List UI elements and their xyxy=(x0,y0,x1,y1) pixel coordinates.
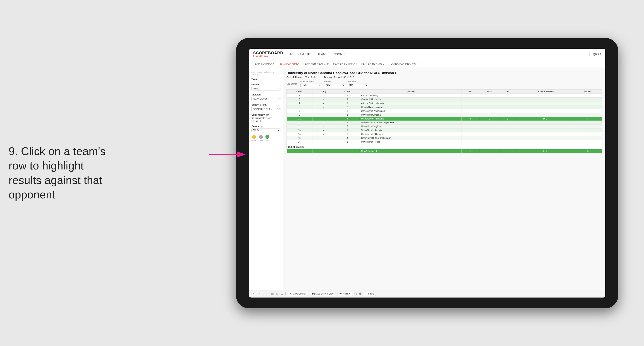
opponents-label: Opponents: xyxy=(286,83,298,85)
sidebar: Last Updated: 27/03/2024 16:55:38 Team G… xyxy=(249,68,283,290)
filter-region-label: Region xyxy=(324,81,345,83)
sub-nav-player-h2h-heatmap[interactable]: PLAYER H2H HEATMAP xyxy=(389,62,418,66)
logo-area: SCOREBOARD Powered by clipp xyxy=(253,51,283,57)
table-row[interactable]: 6-2Florida State University xyxy=(287,105,602,109)
sub-nav: TEAM SUMMARY TEAM H2H GRID TEAM H2H HEAT… xyxy=(249,60,605,68)
filter-opponent-group: Opponent (All) xyxy=(347,81,368,87)
col-tie: Tie xyxy=(500,89,515,93)
toolbar-icon1: ⊞ xyxy=(271,292,274,295)
table-row[interactable]: 15-4Georgia Institute of Technology xyxy=(287,136,602,140)
legend: Down Level Up xyxy=(252,135,280,141)
radio-opponents-played[interactable]: Opponents Played xyxy=(252,117,280,119)
nav-teams[interactable]: TEAMS xyxy=(318,52,327,57)
sidebar-division-section: Division NCAA Division I xyxy=(252,93,280,101)
table-row[interactable]: 2-1Auburn University xyxy=(287,93,602,97)
share-icon: ↗ xyxy=(366,293,368,295)
table-row[interactable]: 14-2University of Oklahoma xyxy=(287,132,602,136)
filter-region-select[interactable]: (All) xyxy=(324,83,345,87)
grid-area: University of North Carolina Head-to-Hea… xyxy=(283,68,605,290)
out-of-division-row[interactable]: NCAA Division II10026.003 xyxy=(287,149,602,153)
col-reg: # Reg xyxy=(312,89,335,93)
view-original-button[interactable]: 👁 View: Original xyxy=(288,292,308,296)
colour-by-label: Colour by xyxy=(252,125,280,127)
redo-button[interactable]: ↪ xyxy=(258,292,262,296)
filter-region-group: Region (All) xyxy=(324,81,345,87)
sub-nav-player-summary[interactable]: PLAYER SUMMARY xyxy=(333,62,357,66)
colour-by-select[interactable]: Win/loss xyxy=(252,128,280,132)
gender-select[interactable]: Men's xyxy=(252,87,280,91)
toolbar-icon3: ⊙ xyxy=(281,292,283,295)
table-row[interactable]: 3-2Vanderbilt University xyxy=(287,97,602,101)
filter-conference-select[interactable]: (All) xyxy=(300,83,322,87)
table-row[interactable]: 12-3University of Virginia xyxy=(287,124,602,128)
opponent-view-label: Opponent View xyxy=(252,113,280,116)
overall-record-label: Overall Record: 89 - 17 - 0 xyxy=(286,76,316,78)
filter-opponent-select[interactable]: (All) xyxy=(347,83,368,87)
table-row[interactable]: 11-5University of Alabama3002.618 xyxy=(287,117,602,121)
table-row[interactable]: 9-3University of Arizona xyxy=(287,113,602,117)
section-header-row: Out of division xyxy=(287,144,602,149)
filter-opponent-label: Opponent xyxy=(347,81,368,83)
filter-conference-group: Conference (All) xyxy=(300,81,322,87)
division-select[interactable]: NCAA Division I xyxy=(252,97,280,101)
sub-nav-player-h2h-grid[interactable]: PLAYER H2H GRID xyxy=(362,62,384,66)
grid-records: Overall Record: 89 - 17 - 0 Division Rec… xyxy=(286,76,602,78)
radio-top100[interactable]: Top 100 xyxy=(252,120,280,122)
table-row[interactable]: 11-6University of Arkansas, Fayetteville xyxy=(287,121,602,124)
share-button[interactable]: ↗ Share xyxy=(364,292,376,296)
filter-conference-label: Conference xyxy=(300,81,322,83)
sub-nav-team-h2h-heatmap[interactable]: TEAM H2H HEATMAP xyxy=(303,62,329,66)
nav-tournaments[interactable]: TOURNAMENTS xyxy=(290,52,311,57)
instruction-text: Click on a team's row to highlight resul… xyxy=(8,145,106,201)
col-win: Win xyxy=(461,89,479,93)
last-updated: Last Updated: 27/03/2024 16:55:38 xyxy=(252,71,280,75)
sub-nav-team-summary[interactable]: TEAM SUMMARY xyxy=(253,62,274,66)
nav-committee[interactable]: COMMITTEE xyxy=(334,52,350,57)
col-diff: Diff Av Strokes/Rnd xyxy=(515,89,574,93)
legend-up: Up xyxy=(266,135,269,141)
school-label: School (Rank) xyxy=(252,103,280,106)
logo-subtitle: Powered by clipp xyxy=(253,55,283,57)
main-content: Last Updated: 27/03/2024 16:55:38 Team G… xyxy=(249,68,605,290)
toolbar-icon4: ⬡ xyxy=(354,292,357,295)
undo-button[interactable]: ↩ xyxy=(252,292,256,296)
watch-button[interactable]: 👁 Watch ▾ xyxy=(338,292,352,296)
grid-header: University of North Carolina Head-to-Hea… xyxy=(286,71,602,78)
sidebar-gender-section: Gender Men's xyxy=(252,83,280,91)
nav-links: TOURNAMENTS TEAMS COMMITTEE xyxy=(290,52,589,57)
tablet-screen: SCOREBOARD Powered by clipp TOURNAMENTS … xyxy=(249,49,605,298)
col-loss: Loss xyxy=(479,89,500,93)
sign-out-link[interactable]: Sign out xyxy=(592,52,601,55)
filter-row: Opponents: Conference (All) Region (All) xyxy=(286,81,602,87)
legend-level: Level xyxy=(258,135,263,141)
sidebar-school-section: School (Rank) University of Nort... xyxy=(252,103,280,111)
team-label: Team xyxy=(252,78,280,81)
sidebar-team-section: Team xyxy=(252,78,280,81)
radio-group: Opponents Played Top 100 xyxy=(252,117,280,122)
sub-nav-team-h2h-grid[interactable]: TEAM H2H GRID xyxy=(278,62,299,66)
grid-title: University of North Carolina Head-to-Hea… xyxy=(286,71,602,75)
table-row[interactable]: 16-3University of Florida xyxy=(287,140,602,144)
toolbar-icon5: ⬢ xyxy=(359,292,362,295)
logo-title: SCOREBOARD xyxy=(253,51,283,55)
col-conf: # Conf xyxy=(335,89,360,93)
sidebar-opponent-view-section: Opponent View Opponents Played Top 100 xyxy=(252,113,280,122)
table-row[interactable]: 13-1Texas Tech University xyxy=(287,128,602,132)
radio-dot-opponents xyxy=(252,117,254,119)
school-select[interactable]: University of Nort... xyxy=(252,107,280,111)
step-number: 9. xyxy=(8,145,18,157)
save-icon: 💾 xyxy=(312,293,314,295)
radio-dot-top100 xyxy=(252,120,254,122)
legend-dot-level xyxy=(259,135,263,139)
table-row[interactable]: 4-1Arizona State University xyxy=(287,101,602,105)
eye-icon: 👁 xyxy=(290,293,292,295)
data-table: # Rank # Reg # Conf Opponent Win Loss Ti… xyxy=(286,89,602,153)
division-label: Division xyxy=(252,93,280,96)
save-custom-button[interactable]: 💾 Save Custom View xyxy=(310,292,336,296)
gender-label: Gender xyxy=(252,83,280,86)
legend-down: Down xyxy=(252,135,256,141)
bottom-toolbar: ↩ ↪ ← ⊞ ⊕ ⊙ 👁 View: Original 💾 Save Cust… xyxy=(249,290,605,298)
back-button[interactable]: ← xyxy=(264,292,269,295)
table-row[interactable]: 8-2University of Washington xyxy=(287,109,602,113)
legend-dot-up xyxy=(266,135,269,139)
